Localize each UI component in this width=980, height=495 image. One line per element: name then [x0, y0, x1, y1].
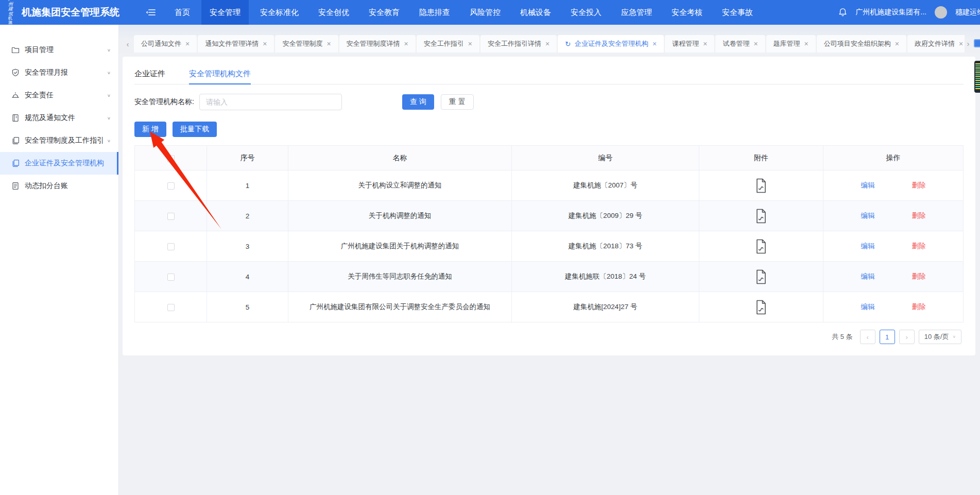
user-avatar[interactable]: [935, 6, 947, 19]
workspace-tab[interactable]: ↻ 企业证件及安全管理机构 ×: [558, 35, 664, 53]
page-size-select[interactable]: 10 条/页 ∨: [919, 330, 961, 344]
delete-link[interactable]: 删除: [912, 242, 926, 251]
nav-item-label: 应急管理: [621, 8, 652, 18]
tab-close-icon[interactable]: ×: [326, 40, 331, 48]
sidebar-item[interactable]: 安全管理制度及工作指引 ∨: [0, 129, 118, 152]
tabs-scroll-right-icon[interactable]: ›: [962, 35, 974, 52]
select-all-checkbox[interactable]: [167, 155, 175, 162]
delete-link[interactable]: 删除: [912, 181, 926, 190]
tab-close-icon[interactable]: ×: [545, 40, 549, 48]
workspace-tab[interactable]: 安全管理制度 ×: [275, 35, 338, 53]
nav-item[interactable]: 安全创优: [310, 0, 357, 25]
tab-close-icon[interactable]: ×: [404, 40, 408, 48]
refresh-icon[interactable]: ↻: [565, 40, 571, 48]
chevron-down-icon: ∨: [107, 93, 111, 98]
workspace-tab[interactable]: 题库管理 ×: [766, 35, 816, 53]
chevron-down-icon: ∨: [952, 335, 956, 339]
nav-item[interactable]: 安全投入: [562, 0, 610, 25]
workspace-tab[interactable]: 课程管理 ×: [665, 35, 714, 53]
batch-download-button[interactable]: 批量下载: [173, 122, 217, 137]
subtabs: 企业证件安全管理机构文件: [134, 64, 964, 84]
edit-link[interactable]: 编辑: [861, 181, 875, 190]
brand-emblem-icon: 广州建筑 机施集团: [8, 0, 17, 34]
add-button[interactable]: 新 增: [134, 122, 166, 137]
pagination-next-icon[interactable]: ›: [899, 330, 915, 344]
edit-link[interactable]: 编辑: [861, 211, 875, 220]
app-title: 机施集团安全管理系统: [22, 6, 119, 19]
sidebar-collapse-button[interactable]: [136, 0, 165, 25]
workspace-tab[interactable]: 安全工作指引 ×: [417, 35, 479, 53]
subtab[interactable]: 企业证件: [134, 64, 165, 84]
reset-button[interactable]: 重 置: [441, 94, 474, 110]
edge-widget[interactable]: [974, 61, 980, 93]
workspace-tab[interactable]: 通知文件管理详情 ×: [198, 35, 274, 53]
user-name[interactable]: 穗建运维: [955, 8, 980, 17]
sidebar-item[interactable]: 项目管理 ∨: [0, 39, 118, 61]
nav-item[interactable]: 机械设备: [512, 0, 559, 25]
row-checkbox[interactable]: [167, 304, 175, 311]
delete-link[interactable]: 删除: [912, 211, 926, 220]
workspace-tab[interactable]: 试卷管理 ×: [715, 35, 765, 53]
lock-icon[interactable]: [974, 39, 980, 47]
workspace-tab-label: 通知文件管理详情: [205, 39, 259, 48]
sidebar-item[interactable]: 安全管理月报 ∨: [0, 61, 118, 84]
row-checkbox[interactable]: [167, 274, 175, 281]
tabs-scroll-left-icon[interactable]: ‹: [122, 35, 133, 53]
cell-name: 广州机施建设集团有限公司关于调整安全生产委员会的通知: [288, 292, 512, 322]
tab-close-icon[interactable]: ×: [895, 40, 899, 48]
tab-close-icon[interactable]: ×: [263, 40, 267, 48]
delete-link[interactable]: 删除: [912, 302, 926, 312]
org-name-input[interactable]: [199, 94, 342, 110]
workspace-tab[interactable]: 公司项目安全组织架构 ×: [817, 35, 906, 53]
workspace-tab[interactable]: 安全管理制度详情 ×: [339, 35, 416, 53]
edit-link[interactable]: 编辑: [861, 272, 875, 281]
nav-item-label: 机械设备: [520, 8, 551, 18]
nav-item[interactable]: 安全标准化: [252, 0, 307, 25]
edit-link[interactable]: 编辑: [861, 302, 875, 312]
tab-close-icon[interactable]: ×: [753, 40, 758, 48]
notification-bell-icon[interactable]: [838, 8, 847, 17]
tabbar: ‹ 公司通知文件 × 通知文件管理详情 × 安全管理制度 × 安全管理制度详情 …: [119, 25, 980, 53]
search-button[interactable]: 查 询: [402, 94, 434, 110]
nav-item[interactable]: 安全事故: [714, 0, 761, 25]
edit-link[interactable]: 编辑: [861, 242, 875, 251]
nav-item[interactable]: 风险管控: [461, 0, 509, 25]
nav-item[interactable]: 首页: [166, 0, 198, 25]
tab-close-icon[interactable]: ×: [703, 40, 707, 48]
row-checkbox[interactable]: [167, 213, 175, 220]
nav-item[interactable]: 安全考核: [663, 0, 711, 25]
pdf-attachment-icon[interactable]: [755, 239, 767, 254]
sidebar-item[interactable]: 规范及通知文件 ∨: [0, 107, 118, 129]
pdf-attachment-icon[interactable]: [755, 178, 767, 193]
tab-close-icon[interactable]: ×: [652, 40, 657, 48]
workspace-tab-label: 企业证件及安全管理机构: [575, 39, 648, 48]
row-checkbox[interactable]: [167, 182, 175, 190]
nav-item[interactable]: 安全管理: [201, 0, 249, 25]
pdf-attachment-icon[interactable]: [755, 300, 767, 315]
tab-close-icon[interactable]: ×: [804, 40, 809, 48]
pdf-attachment-icon[interactable]: [755, 209, 767, 224]
sidebar-item[interactable]: 企业证件及安全管理机构: [0, 152, 118, 175]
sidebar-item[interactable]: 动态扣分台账: [0, 175, 118, 197]
company-selector[interactable]: 广州机施建设集团有...: [855, 8, 926, 17]
workspace-tab[interactable]: 安全工作指引详情 ×: [480, 35, 557, 53]
workspace-tab[interactable]: 政府文件详情 ×: [907, 35, 965, 53]
workspace-tab-label: 安全管理制度详情: [347, 39, 400, 48]
workspace-tab[interactable]: 公司通知文件 ×: [134, 35, 197, 53]
row-checkbox[interactable]: [167, 243, 175, 250]
pagination-prev-icon[interactable]: ‹: [860, 330, 875, 344]
pdf-attachment-icon[interactable]: [755, 269, 767, 284]
main-area: ‹ 公司通知文件 × 通知文件管理详情 × 安全管理制度 × 安全管理制度详情 …: [119, 25, 980, 495]
nav-item[interactable]: 隐患排查: [411, 0, 458, 25]
tab-close-icon[interactable]: ×: [185, 40, 190, 48]
cell-name: 广州机施建设集团关于机构调整的通知: [288, 231, 512, 262]
nav-item[interactable]: 应急管理: [613, 0, 660, 25]
sidebar: 项目管理 ∨ 安全管理月报 ∨ 安全责任 ∨ 规范及通知文件 ∨ 安全管理制度及…: [0, 25, 119, 495]
pagination-page-1[interactable]: 1: [880, 330, 895, 344]
subtab[interactable]: 安全管理机构文件: [189, 64, 251, 84]
sidebar-item[interactable]: 安全责任 ∨: [0, 84, 118, 107]
tab-close-icon[interactable]: ×: [468, 40, 472, 48]
nav-item-label: 安全标准化: [260, 8, 299, 18]
delete-link[interactable]: 删除: [912, 272, 926, 281]
nav-item[interactable]: 安全教育: [360, 0, 408, 25]
